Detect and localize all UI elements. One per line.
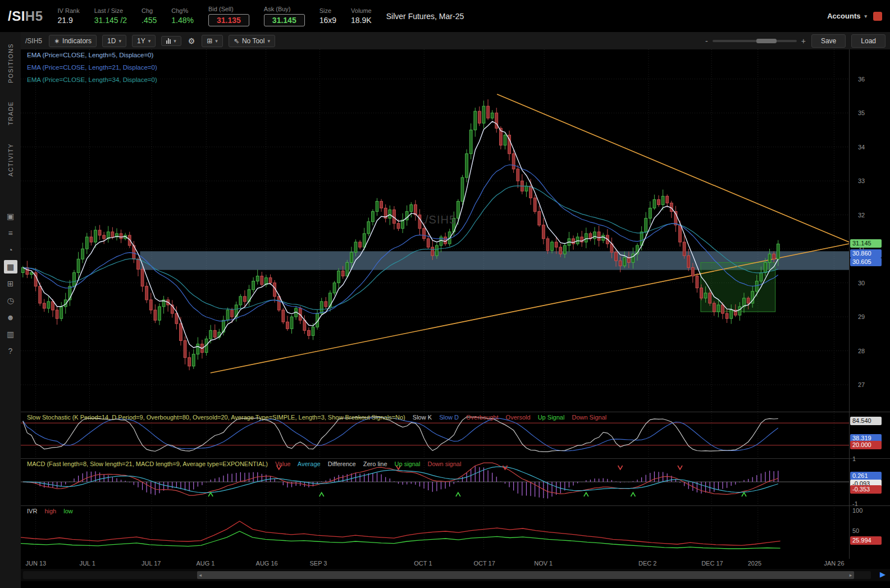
chevron-down-icon: ▾ (267, 38, 270, 44)
sidebar-icons: ▣≡◔▦⊞◷☻▥? (4, 208, 17, 359)
timeframe-value: 1D (107, 37, 116, 45)
timeframe-dropdown[interactable]: 1D ▾ (102, 35, 126, 47)
accounts-dropdown[interactable]: Accounts ▾ (827, 12, 882, 21)
ask-label: Ask (Buy) (264, 6, 291, 12)
drawing-tool-dropdown[interactable]: ⇖ No Tool ▾ (229, 35, 275, 47)
macd-average-label: Average (298, 461, 321, 467)
people-icon[interactable]: ☻ (4, 311, 17, 324)
chg-value: .455 (142, 16, 157, 25)
symbol-root: /SI (8, 8, 25, 24)
scroll-left-icon[interactable]: ◂ (199, 572, 202, 578)
macd-up-signal-label: Up signal (395, 461, 421, 467)
orders-icon[interactable]: ≡ (4, 226, 17, 240)
oversold-label: Oversold (506, 414, 531, 421)
chart-canvas[interactable]: 36353433323130292827 (21, 49, 890, 559)
candlestick-icon (166, 38, 171, 44)
volume-label: Volume (351, 7, 372, 14)
chart-panel: /SIH5 ∗ Indicators 1D ▾ 1Y ▾ ▾ ⚙ ⊞ ▾ (21, 32, 890, 588)
range-value: 1Y (137, 37, 145, 45)
chevron-down-icon: ▾ (118, 38, 121, 44)
field-iv-rank: IV Rank 21.9 (58, 7, 80, 25)
size-value: 16x9 (320, 16, 336, 25)
indicators-button[interactable]: ∗ Indicators (49, 35, 97, 47)
bid-button[interactable]: 31.135 (208, 14, 249, 26)
help-icon[interactable]: ? (4, 344, 17, 358)
stochastic-axis-tag: 84.540 (850, 417, 882, 425)
sidebar-tab-activity[interactable]: ACTIVITY (7, 134, 14, 185)
chart-icon[interactable]: ▦ (4, 260, 17, 274)
ivr-high-label: high (44, 508, 56, 514)
sidebar-tab-trade[interactable]: TRADE (7, 92, 14, 134)
iv-rank-label: IV Rank (58, 7, 80, 14)
zoom-slider-thumb[interactable] (756, 39, 777, 43)
time-axis-label: JUN 13 (26, 560, 47, 567)
ivr-legend[interactable]: IVR high low (27, 508, 79, 514)
zoom-control: - + (705, 37, 806, 45)
chevron-down-icon: ▾ (174, 38, 176, 44)
stochastic-legend[interactable]: Slow Stochastic (K Period=14, D Period=9… (27, 414, 612, 421)
svg-text:36: 36 (858, 76, 865, 83)
scroll-right-icon[interactable]: ▸ (850, 572, 852, 578)
jump-to-latest-icon[interactable]: ▶ (880, 570, 886, 578)
chg-pct-value: 1.48% (171, 16, 194, 25)
field-chg-pct: Chg% 1.48% (171, 7, 194, 25)
macd-value-label: Value (275, 461, 290, 467)
grid-layout-dropdown[interactable]: ⊞ ▾ (202, 35, 223, 47)
time-axis-label: DEC 17 (701, 560, 723, 567)
sidebar-tab-positions[interactable]: POSITIONS (7, 34, 14, 92)
svg-text:28: 28 (858, 348, 865, 354)
chg-label: Chg (142, 7, 153, 14)
ivr-axis-tag: 25.994 (850, 536, 882, 545)
time-axis-label: OCT 17 (474, 560, 495, 567)
zoom-out-button[interactable]: - (705, 37, 708, 45)
grid-icon: ⊞ (207, 37, 212, 45)
macd-axis-tag: -0.353 (850, 485, 882, 494)
chevron-down-icon: ▾ (215, 38, 218, 44)
up-signal-label: Up Signal (538, 414, 565, 421)
svg-text:30: 30 (858, 280, 865, 286)
time-axis[interactable]: JUN 13JUL 1JUL 17AUG 1AUG 16SEP 3OCT 1OC… (21, 559, 890, 569)
ivr-axis-tag: 50 (850, 527, 882, 535)
field-volume: Volume 18.9K (351, 7, 372, 25)
gear-icon[interactable]: ⚙ (187, 37, 197, 45)
chart-area[interactable]: 36353433323130292827 EMA (Price=CLOSE, L… (21, 49, 890, 559)
ema34-study-label[interactable]: EMA (Price=CLOSE, Length=34, Displace=0) (27, 76, 157, 83)
scrollbar-thumb[interactable]: ◂ ▸ (197, 571, 855, 579)
slow-d-label: Slow D (439, 414, 459, 421)
chart-style-dropdown[interactable]: ▾ (161, 36, 181, 46)
load-button[interactable]: Load (851, 34, 886, 48)
field-bid: Bid (Sell) 31.135 (208, 6, 249, 26)
calendar-icon[interactable]: ▥ (4, 327, 17, 341)
symbol-logo: /SIH5 (8, 8, 43, 24)
monitor-icon[interactable]: ▣ (4, 209, 17, 223)
price-axis-tag: 30.860 (850, 249, 882, 258)
bid-label: Bid (Sell) (208, 6, 234, 12)
scrollbar-track[interactable]: ◂ ▸ (23, 571, 871, 579)
svg-text:33: 33 (858, 177, 865, 184)
accounts-label: Accounts (827, 12, 860, 20)
macd-down-signal-label: Down signal (427, 461, 461, 467)
drawing-tool-value: No Tool (242, 37, 264, 45)
instrument-name: Silver Futures, Mar-25 (386, 12, 464, 21)
macd-zeroline-label: Zero line (363, 461, 387, 467)
zoom-in-button[interactable]: + (801, 37, 806, 45)
grid-tiles-icon[interactable]: ⊞ (4, 277, 17, 290)
save-button[interactable]: Save (811, 34, 846, 48)
svg-text:34: 34 (858, 144, 865, 151)
header: /SIH5 IV Rank 21.9 Last / Size 31.145 /2… (0, 0, 890, 32)
symbol-watermark: /SIH5 (425, 213, 456, 226)
ema21-study-label[interactable]: EMA (Price=CLOSE, Length=21, Displace=0) (27, 64, 157, 71)
macd-legend[interactable]: MACD (Fast length=8, Slow length=21, MAC… (27, 461, 467, 467)
ask-button[interactable]: 31.145 (264, 14, 305, 26)
range-dropdown[interactable]: 1Y ▾ (132, 35, 156, 47)
time-axis-label: JUL 1 (79, 560, 95, 567)
svg-text:32: 32 (858, 212, 865, 218)
ivr-axis-tag: 100 (850, 507, 882, 515)
chevron-down-icon: ▾ (148, 38, 151, 44)
ema5-study-label[interactable]: EMA (Price=CLOSE, Length=5, Displace=0) (27, 52, 153, 58)
macd-axis-tag: 1 (850, 455, 882, 463)
history-icon[interactable]: ◷ (4, 294, 17, 307)
zoom-slider[interactable] (713, 40, 797, 42)
clock-icon[interactable]: ◔ (4, 243, 17, 257)
alert-badge-icon[interactable] (873, 12, 882, 21)
